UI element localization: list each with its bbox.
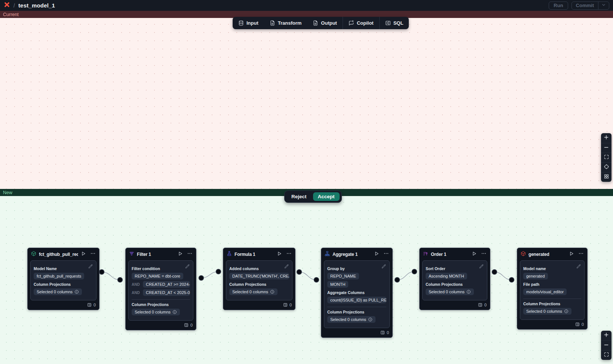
node-menu-button[interactable]	[187, 251, 193, 258]
node-menu-button[interactable]	[383, 251, 389, 258]
zoom-controls-new	[601, 331, 612, 360]
info-icon[interactable]	[270, 290, 275, 294]
zoom-out-button[interactable]	[601, 143, 612, 153]
toolbar-item-sql[interactable]: SQL	[379, 17, 409, 29]
node-menu-button[interactable]	[90, 251, 96, 258]
node-footer: 0	[126, 321, 196, 330]
value-row: Selected 0 columns	[229, 288, 289, 295]
node-body: Group byREPO_NAMEMONTHAggregate Columnsc…	[324, 260, 390, 328]
value-row: DATE_TRUNC('MONTH', CREATED_AT...	[229, 273, 289, 279]
run-button[interactable]: Run	[549, 1, 568, 10]
edit-node-button[interactable]	[479, 263, 484, 270]
run-node-button[interactable]	[277, 251, 282, 258]
zoom-in-button[interactable]	[601, 331, 612, 340]
node-menu-button[interactable]	[481, 251, 487, 258]
edit-node-button[interactable]	[185, 263, 190, 270]
fit-view-button[interactable]	[601, 350, 612, 360]
info-icon[interactable]	[172, 310, 177, 314]
section-label: Added columns	[229, 266, 289, 271]
sitemap-icon	[325, 251, 330, 258]
run-node-button[interactable]	[81, 251, 86, 258]
value-pill-text: Ascending MONTH	[429, 274, 464, 278]
app-logo-icon[interactable]	[4, 1, 10, 9]
run-node-button[interactable]	[472, 251, 477, 258]
source-handle-formula-1[interactable]	[297, 270, 302, 275]
node-generated[interactable]: generatedModel namegeneratedFile pathmod…	[517, 248, 588, 330]
edit-node-button[interactable]	[88, 263, 93, 270]
node-order-1[interactable]: Order 1Sort OrderAscending MONTHColumn P…	[419, 248, 490, 310]
toolbar-item-input[interactable]: Input	[233, 17, 264, 29]
source-handle-order-1[interactable]	[492, 270, 497, 275]
node-filter-1[interactable]: Filter 1Filter conditionREPO_NAME = dbt-…	[125, 248, 196, 330]
target-handle-generated[interactable]	[509, 278, 514, 282]
value-pill: count(ISSUE_ID) as PULL_REQUEST_...	[327, 297, 386, 303]
run-node-button[interactable]	[569, 251, 574, 258]
commit-dropdown-button[interactable]	[598, 2, 609, 9]
zoom-out-button[interactable]	[601, 340, 612, 350]
info-icon[interactable]	[74, 290, 79, 294]
columns-icon	[478, 303, 482, 307]
target-handle-order-1[interactable]	[412, 269, 417, 274]
section-label: Sort Order	[426, 266, 484, 271]
target-handle-formula-1[interactable]	[216, 269, 221, 274]
toolbar-item-copilot[interactable]: Copilot	[343, 17, 379, 29]
value-pill-text: Selected 0 columns	[526, 309, 562, 313]
node-title: Formula 1	[235, 252, 274, 257]
value-pill: Selected 0 columns	[229, 288, 278, 295]
play-icon	[374, 251, 379, 258]
info-icon[interactable]	[564, 309, 568, 313]
info-icon[interactable]	[466, 290, 471, 294]
edit-node-button[interactable]	[381, 263, 386, 270]
play-icon	[472, 251, 477, 258]
node-header: Formula 1	[223, 248, 295, 260]
accept-button[interactable]: Accept	[313, 192, 340, 201]
node-formula-1[interactable]: Formula 1Added columnsDATE_TRUNC('MONTH'…	[223, 248, 295, 310]
node-body: Model Namefct_github_pull_requestsColumn…	[30, 260, 96, 300]
tidy-button[interactable]	[601, 172, 612, 182]
value-pill: models/visual_editor	[523, 288, 567, 295]
review-button-group: Reject Accept	[284, 190, 342, 203]
row-count: 0	[289, 303, 292, 307]
toolbar-item-label: Transform	[278, 20, 302, 26]
node-menu-button[interactable]	[286, 251, 292, 258]
copilot-icon	[349, 20, 354, 26]
current-version-canvas[interactable]	[0, 18, 613, 189]
target-handle-aggregate-1[interactable]	[314, 278, 319, 282]
toolbar-item-output[interactable]: Output	[307, 17, 343, 29]
source-handle-source[interactable]	[99, 270, 104, 275]
value-row: models/visual_editor	[523, 288, 581, 295]
commit-button[interactable]: Commit	[572, 2, 598, 9]
node-menu-button[interactable]	[578, 251, 584, 258]
value-pill-text: DATE_TRUNC('MONTH', CREATED_AT...	[232, 274, 289, 278]
node-title: Order 1	[431, 252, 469, 257]
edit-node-button[interactable]	[576, 263, 581, 270]
toolbar-item-transform[interactable]: Transform	[264, 17, 307, 29]
locate-button[interactable]	[601, 162, 612, 172]
columns-icon	[575, 322, 580, 327]
value-pill-text: REPO_NAME = dbt-core	[135, 274, 180, 278]
section-label: Column Projections	[327, 310, 386, 314]
source-handle-aggregate-1[interactable]	[395, 278, 400, 282]
node-header: fct_github_pull_requests	[28, 248, 99, 260]
value-row: generated	[523, 273, 581, 279]
run-node-button[interactable]	[374, 251, 379, 258]
value-pill-text: models/visual_editor	[526, 290, 564, 294]
zoom-out-icon	[603, 342, 609, 349]
info-icon[interactable]	[368, 317, 373, 322]
current-label: Current	[3, 12, 19, 17]
run-node-button[interactable]	[178, 251, 183, 258]
node-header: Aggregate 1	[321, 248, 392, 260]
value-row: MONTH	[327, 281, 386, 288]
value-pill-text: generated	[526, 274, 545, 278]
fit-view-button[interactable]	[601, 153, 612, 162]
node-source[interactable]: fct_github_pull_requestsModel Namefct_gi…	[27, 248, 99, 310]
top-bar: / test_model_1 Run Commit	[0, 0, 613, 11]
target-handle-filter-1[interactable]	[118, 278, 123, 282]
source-handle-filter-1[interactable]	[199, 276, 204, 281]
reject-button[interactable]: Reject	[286, 192, 312, 201]
edit-node-button[interactable]	[284, 263, 289, 270]
flask-icon	[227, 251, 232, 258]
pencil-icon	[88, 263, 93, 270]
zoom-in-button[interactable]	[601, 133, 612, 143]
node-aggregate-1[interactable]: Aggregate 1Group byREPO_NAMEMONTHAggrega…	[321, 248, 393, 338]
